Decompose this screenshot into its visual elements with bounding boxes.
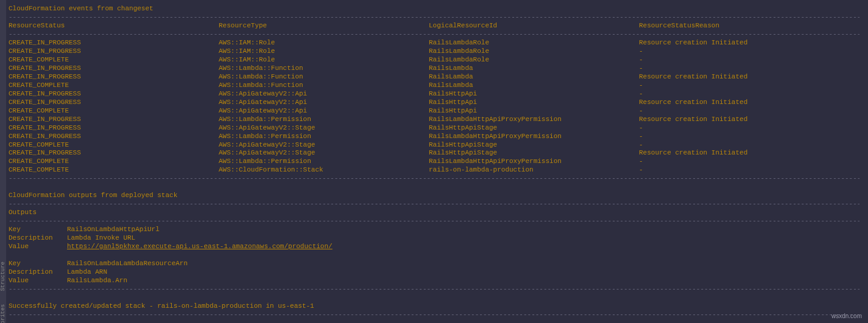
cell-status: CREATE_COMPLETE bbox=[9, 158, 219, 166]
table-row: CREATE_IN_PROGRESSAWS::Lambda::Permissio… bbox=[9, 133, 859, 141]
output-label: Value bbox=[9, 277, 67, 285]
structure-tab[interactable]: Structure bbox=[0, 262, 7, 291]
table-row: CREATE_COMPLETEAWS::IAM::RoleRailsLambda… bbox=[9, 56, 859, 64]
output-row: DescriptionLambda ARN bbox=[9, 268, 859, 277]
outputs-title: CloudFormation outputs from deployed sta… bbox=[9, 192, 859, 200]
cell-id: RailsLambdaHttpApiProxyPermission bbox=[429, 158, 639, 166]
cell-status: CREATE_IN_PROGRESS bbox=[9, 39, 219, 47]
cell-reason: - bbox=[639, 158, 859, 166]
cell-type: AWS::ApiGatewayV2::Stage bbox=[219, 141, 429, 150]
outputs-header: Outputs bbox=[9, 209, 859, 217]
cell-id: RailsLambdaRole bbox=[429, 56, 639, 64]
cell-reason: - bbox=[639, 166, 859, 175]
cell-reason: - bbox=[639, 56, 859, 64]
cell-type: AWS::IAM::Role bbox=[219, 47, 429, 56]
cell-type: AWS::IAM::Role bbox=[219, 39, 429, 47]
table-row: CREATE_IN_PROGRESSAWS::IAM::RoleRailsLam… bbox=[9, 47, 859, 56]
events-title: CloudFormation events from changeset bbox=[9, 5, 859, 13]
divider: ----------------------------------------… bbox=[9, 200, 859, 209]
cell-status: CREATE_IN_PROGRESS bbox=[9, 149, 219, 158]
cell-type: AWS::IAM::Role bbox=[219, 56, 429, 64]
cell-reason: - bbox=[639, 133, 859, 141]
table-row: CREATE_IN_PROGRESSAWS::IAM::RoleRailsLam… bbox=[9, 39, 859, 47]
cell-status: CREATE_IN_PROGRESS bbox=[9, 116, 219, 124]
cell-status: CREATE_COMPLETE bbox=[9, 82, 219, 90]
cell-id: RailsLambda bbox=[429, 82, 639, 90]
output-label: Value bbox=[9, 243, 67, 251]
output-label: Description bbox=[9, 268, 67, 277]
cell-id: RailsHttpApiStage bbox=[429, 124, 639, 133]
table-row: CREATE_IN_PROGRESSAWS::ApiGatewayV2::Api… bbox=[9, 90, 859, 99]
cell-reason: - bbox=[639, 107, 859, 116]
divider: ----------------------------------------… bbox=[9, 30, 859, 39]
cell-id: RailsHttpApiStage bbox=[429, 149, 639, 158]
cell-status: CREATE_IN_PROGRESS bbox=[9, 133, 219, 141]
cell-reason: Resource creation Initiated bbox=[639, 73, 859, 82]
table-row: CREATE_IN_PROGRESSAWS::Lambda::FunctionR… bbox=[9, 64, 859, 73]
cell-status: CREATE_IN_PROGRESS bbox=[9, 73, 219, 82]
cell-type: AWS::ApiGatewayV2::Api bbox=[219, 90, 429, 99]
cell-id: RailsLambdaHttpApiProxyPermission bbox=[429, 133, 639, 141]
divider: ----------------------------------------… bbox=[9, 13, 859, 22]
watermark: wsxdn.com bbox=[831, 313, 862, 321]
cell-reason: - bbox=[639, 47, 859, 56]
cell-reason: Resource creation Initiated bbox=[639, 149, 859, 158]
table-row: CREATE_COMPLETEAWS::Lambda::FunctionRail… bbox=[9, 82, 859, 90]
output-value: RailsLambda.Arn bbox=[67, 277, 127, 285]
favorites-tab[interactable]: Favorites bbox=[0, 304, 7, 323]
table-row: CREATE_IN_PROGRESSAWS::Lambda::Permissio… bbox=[9, 116, 859, 124]
cell-id: RailsHttpApi bbox=[429, 99, 639, 107]
table-row: CREATE_COMPLETEAWS::ApiGatewayV2::StageR… bbox=[9, 141, 859, 150]
table-header-row: ResourceStatus ResourceType LogicalResou… bbox=[9, 22, 859, 30]
table-row: CREATE_COMPLETEAWS::CloudFormation::Stac… bbox=[9, 166, 859, 175]
output-label: Key bbox=[9, 226, 67, 234]
outputs-list: KeyRailsOnLambdaHttpApiUrlDescriptionLam… bbox=[9, 226, 859, 285]
output-row: Valuehttps://ganl5pkhxe.execute-api.us-e… bbox=[9, 243, 859, 251]
header-type: ResourceType bbox=[219, 22, 429, 30]
output-row: KeyRailsOnLambdaHttpApiUrl bbox=[9, 226, 859, 234]
cell-id: RailsLambdaRole bbox=[429, 39, 639, 47]
cell-type: AWS::Lambda::Function bbox=[219, 73, 429, 82]
table-row: CREATE_IN_PROGRESSAWS::ApiGatewayV2::Sta… bbox=[9, 124, 859, 133]
cell-reason: Resource creation Initiated bbox=[639, 99, 859, 107]
cell-status: CREATE_COMPLETE bbox=[9, 56, 219, 64]
cell-type: AWS::CloudFormation::Stack bbox=[219, 166, 429, 175]
output-value: RailsOnLambdaLambdaResourceArn bbox=[67, 260, 188, 268]
cell-type: AWS::ApiGatewayV2::Api bbox=[219, 99, 429, 107]
output-row: ValueRailsLambda.Arn bbox=[9, 277, 859, 285]
table-row: CREATE_IN_PROGRESSAWS::Lambda::FunctionR… bbox=[9, 73, 859, 82]
divider: ----------------------------------------… bbox=[9, 285, 859, 294]
output-value: Lambda ARN bbox=[67, 268, 107, 277]
cell-type: AWS::ApiGatewayV2::Stage bbox=[219, 124, 429, 133]
cell-type: AWS::Lambda::Function bbox=[219, 64, 429, 73]
cell-status: CREATE_COMPLETE bbox=[9, 107, 219, 116]
cell-id: RailsLambdaHttpApiProxyPermission bbox=[429, 116, 639, 124]
table-row: CREATE_IN_PROGRESSAWS::ApiGatewayV2::Sta… bbox=[9, 149, 859, 158]
cell-status: CREATE_COMPLETE bbox=[9, 141, 219, 150]
cell-reason: Resource creation Initiated bbox=[639, 39, 859, 47]
events-table: ResourceStatus ResourceType LogicalResou… bbox=[9, 22, 859, 30]
output-value: Lambda Invoke URL bbox=[67, 234, 135, 243]
terminal-output: CloudFormation events from changeset ---… bbox=[9, 5, 859, 319]
output-row: DescriptionLambda Invoke URL bbox=[9, 234, 859, 243]
cell-status: CREATE_COMPLETE bbox=[9, 166, 219, 175]
cell-reason: - bbox=[639, 64, 859, 73]
divider: ----------------------------------------… bbox=[9, 311, 859, 319]
cell-id: RailsHttpApi bbox=[429, 90, 639, 99]
output-value: https://ganl5pkhxe.execute-api.us-east-1… bbox=[67, 243, 333, 251]
table-row: CREATE_IN_PROGRESSAWS::ApiGatewayV2::Api… bbox=[9, 99, 859, 107]
cell-status: CREATE_IN_PROGRESS bbox=[9, 90, 219, 99]
output-link[interactable]: https://ganl5pkhxe.execute-api.us-east-1… bbox=[67, 243, 333, 250]
divider: ----------------------------------------… bbox=[9, 217, 859, 226]
cell-type: AWS::Lambda::Permission bbox=[219, 116, 429, 124]
table-row: CREATE_COMPLETEAWS::ApiGatewayV2::ApiRai… bbox=[9, 107, 859, 116]
cell-reason: - bbox=[639, 124, 859, 133]
cell-reason: Resource creation Initiated bbox=[639, 116, 859, 124]
cell-reason: - bbox=[639, 82, 859, 90]
output-value: RailsOnLambdaHttpApiUrl bbox=[67, 226, 160, 234]
ide-sidebar: Structure Favorites bbox=[0, 0, 6, 323]
cell-id: RailsLambdaRole bbox=[429, 47, 639, 56]
output-label: Description bbox=[9, 234, 67, 243]
header-reason: ResourceStatusReason bbox=[639, 22, 859, 30]
cell-type: AWS::Lambda::Function bbox=[219, 82, 429, 90]
